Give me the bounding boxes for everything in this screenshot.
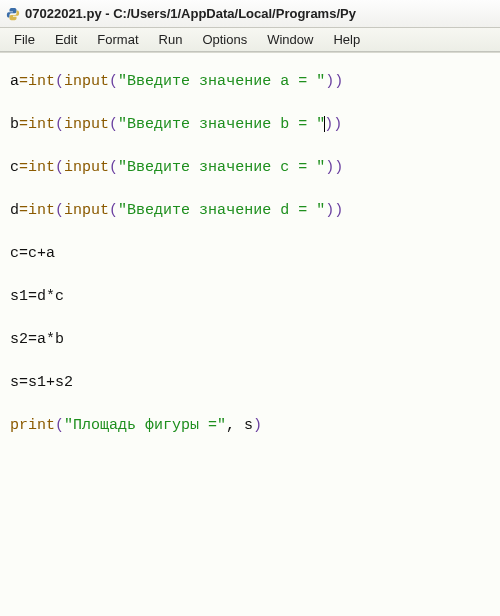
builtin-input: input: [64, 73, 109, 90]
menu-window[interactable]: Window: [257, 30, 323, 49]
var-b: b: [10, 116, 19, 133]
menu-help[interactable]: Help: [323, 30, 370, 49]
string-literal: Площадь фигуры =: [73, 417, 217, 434]
code-line: s2=a*b: [10, 329, 490, 350]
string-literal: Введите значение d =: [127, 202, 316, 219]
menu-file[interactable]: File: [4, 30, 45, 49]
string-literal: Введите значение c =: [127, 159, 316, 176]
code-line: d=int(input("Введите значение d = ")): [10, 200, 490, 221]
title-bar: 07022021.py - C:/Users/1/AppData/Local/P…: [0, 0, 500, 28]
code-line: b=int(input("Введите значение b = ")): [10, 114, 490, 135]
code-line: c=int(input("Введите значение c = ")): [10, 157, 490, 178]
menu-run[interactable]: Run: [149, 30, 193, 49]
builtin-int: int: [28, 73, 55, 90]
code-line: s1=d*c: [10, 286, 490, 307]
code-line: s=s1+s2: [10, 372, 490, 393]
menu-options[interactable]: Options: [192, 30, 257, 49]
var-a: a: [10, 73, 19, 90]
var-d: d: [10, 202, 19, 219]
menu-format[interactable]: Format: [87, 30, 148, 49]
code-editor[interactable]: a=int(input("Введите значение а = ")) b=…: [0, 52, 500, 616]
code-line: print("Площадь фигуры =", s): [10, 415, 490, 436]
menu-edit[interactable]: Edit: [45, 30, 87, 49]
menu-bar: File Edit Format Run Options Window Help: [0, 28, 500, 52]
code-line: c=c+a: [10, 243, 490, 264]
code-line: a=int(input("Введите значение а = ")): [10, 71, 490, 92]
python-icon: [6, 7, 20, 21]
builtin-print: print: [10, 417, 55, 434]
window-title: 07022021.py - C:/Users/1/AppData/Local/P…: [25, 6, 356, 21]
var-c: c: [10, 159, 19, 176]
string-literal: Введите значение а =: [127, 73, 316, 90]
string-literal: Введите значение b =: [127, 116, 316, 133]
